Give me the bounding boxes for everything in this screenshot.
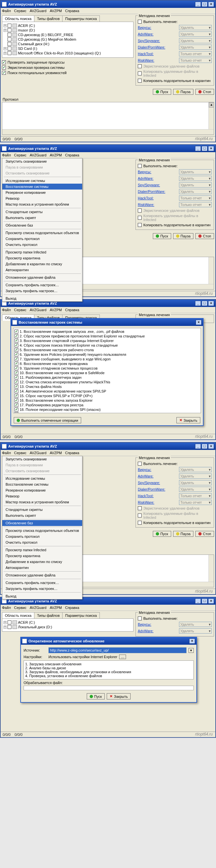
dialog-close[interactable]: × (196, 320, 202, 325)
start-button[interactable]: Пуск (153, 233, 171, 239)
drive-item[interactable]: +Microsoft Office Click-to-Run 2010 (защ… (4, 51, 132, 55)
restore-item[interactable]: 16. Восстановление ключа запуска Explore… (14, 398, 200, 403)
menu-view-infected[interactable]: Просмотр папки Infected (2, 249, 82, 255)
titlebar[interactable]: Антивирусная утилита AVZ _□× (1, 145, 215, 152)
drive-item[interactable]: Съемный диск (H:) (4, 42, 132, 46)
restore-item[interactable]: 2. Сброс настроек префиксов протоколов I… (14, 334, 200, 338)
restore-item[interactable]: 12. Очистка списка игнорирования утилиты… (14, 380, 200, 384)
menu-service[interactable]: Сервис (14, 9, 27, 13)
menu-save-protocol[interactable]: Сохранить протокол (2, 236, 82, 242)
expand-icon[interactable]: + (4, 24, 6, 27)
source-input[interactable]: http://www.z-oleg.com/secur/avz_up/ (48, 647, 186, 653)
drive-item[interactable]: CD-дисковод (G:) MegaFon Modem (4, 37, 132, 42)
restore-item[interactable]: 6. Удаление всех Policies (ограничений) … (14, 352, 200, 357)
menu-view-quarantine[interactable]: Просмотр карантина (2, 255, 82, 261)
source-browse[interactable]: ▾ (188, 648, 194, 653)
check-copy-quarantine[interactable] (138, 79, 142, 83)
expand-icon[interactable]: + (4, 47, 6, 50)
link-advware[interactable]: AdvWare: (138, 32, 153, 36)
start-button[interactable]: Пуск (153, 89, 171, 95)
tab-params[interactable]: Параметры поиска (62, 16, 100, 22)
menu-file[interactable]: Файл (2, 9, 11, 13)
link-viruses[interactable]: Вирусы: (138, 26, 151, 30)
drive-checkbox[interactable] (7, 42, 11, 46)
scrollbar-horizontal[interactable] (2, 129, 214, 134)
restore-item[interactable]: 19. Очистить ключи MountPoints и MountPo… (14, 412, 200, 413)
drive-checkbox[interactable] (7, 37, 11, 41)
drive-checkbox[interactable] (7, 51, 11, 55)
maximize-button[interactable]: □ (202, 146, 208, 151)
drive-item[interactable]: +ACER (C:) (4, 23, 132, 28)
menu-exit[interactable]: Выход (2, 296, 82, 301)
link-spyware[interactable]: Spy/Spyware: (138, 39, 160, 43)
menu-clear-protocol[interactable]: Очистить протокол (2, 242, 82, 248)
drive-checkbox[interactable] (7, 46, 11, 51)
start-button[interactable]: Пуск (153, 531, 171, 537)
combo-advware[interactable]: Удалять (179, 31, 212, 37)
link-riskware[interactable]: RiskWare: (138, 58, 154, 62)
menu-start-scan[interactable]: Запустить сканирование (2, 158, 82, 164)
link-dialer[interactable]: Dialer/PornWare: (138, 45, 165, 49)
scrollbar-vertical[interactable]: ▲ (209, 102, 214, 129)
menu-autoquarantine[interactable]: Автокарантин (2, 267, 82, 273)
pause-button[interactable]: Пауза (173, 531, 194, 537)
check-heuristic[interactable] (2, 66, 6, 69)
close-button[interactable]: × (208, 146, 214, 151)
menu-troubleshoot[interactable]: Мастер поиска и устранения проблем (2, 202, 82, 207)
restore-item[interactable]: 11. Разблокировка диспетчера задач (14, 375, 200, 380)
menu-avzpm[interactable]: AVZPM (50, 9, 62, 13)
combo-dialer[interactable]: Удалять (179, 44, 212, 50)
restore-item[interactable]: 17. Разблокировка редактора реестра (14, 403, 200, 407)
menu-update-db[interactable]: Обновление баз (2, 520, 82, 526)
menu-file[interactable]: Файл (2, 153, 11, 157)
menu-std-scripts[interactable]: Стандартные скрипты (2, 209, 82, 215)
expand-icon[interactable]: + (4, 29, 6, 32)
restore-item[interactable]: 10. Восстановление настроек загрузки в S… (14, 371, 200, 375)
titlebar[interactable]: Антивирусная утилита AVZ _ □ × (1, 1, 215, 8)
combo-viruses[interactable]: Удалять (179, 25, 212, 30)
minimize-button[interactable]: _ (195, 2, 201, 7)
restore-item[interactable]: 9. Удаление отладчиков системных процесс… (14, 366, 200, 371)
menu-avzguard[interactable]: AVZGuard (30, 9, 46, 13)
menu-run-script[interactable]: Выполнить скрипт (2, 215, 82, 221)
drive-checkbox[interactable] (7, 33, 11, 37)
pause-button[interactable]: Пауза (173, 233, 194, 239)
restore-item[interactable]: 18. Полное пересоздание настроек SPI (оп… (14, 407, 200, 412)
expand-icon[interactable]: + (4, 52, 6, 55)
menu-view-suspicious[interactable]: Просмотр списка подозрительных объектов (2, 230, 82, 236)
check-running[interactable] (2, 60, 6, 64)
restore-item[interactable]: 4. Сброс настроек поиска Internet Explor… (14, 343, 200, 348)
restore-item[interactable]: 3. Восстановление стартовой страницы Int… (14, 338, 200, 343)
dialog-close[interactable]: × (189, 639, 195, 644)
tab-scope[interactable]: Область поиска (2, 16, 34, 22)
stop-button[interactable]: Стоп (195, 531, 214, 537)
restore-item[interactable]: 8. Восстановление настроек проводника (14, 361, 200, 366)
pause-button[interactable]: Пауза (173, 89, 194, 95)
combo-riskware[interactable]: Только отчет (179, 58, 212, 63)
run-operations-button[interactable]: Выполнить отмеченные операции (14, 417, 81, 423)
tab-types[interactable]: Типы файлов (34, 16, 63, 22)
menu-sys-research[interactable]: Исследование системы (2, 178, 82, 184)
restore-item[interactable]: 15. Сброс настроек SPI/LSP и TCP/IP (XP+… (14, 394, 200, 398)
menu-add-quarantine[interactable]: Добавление в карантин по списку (2, 261, 82, 267)
drive-checkbox[interactable] (7, 24, 11, 28)
drive-item[interactable]: +SD Card (I:) (4, 46, 132, 51)
check-perform[interactable] (138, 164, 142, 168)
dialog-titlebar[interactable]: Восстановление настроек системы × (11, 319, 203, 326)
menu-save-profile[interactable]: Сохранить профиль настроек… (2, 282, 82, 288)
menu-revisor[interactable]: Ревизор (2, 195, 82, 202)
restore-item[interactable]: 13. Очистка файла Hosts (14, 384, 200, 389)
restore-item[interactable]: 5. Восстановление настроек рабочего стол… (14, 348, 200, 352)
maximize-button[interactable]: □ (202, 2, 208, 7)
drive-item[interactable]: CD-дисковод (E:) BELOFF_FREE (4, 32, 132, 37)
menu-load-profile[interactable]: Загрузить профиль настроек… (2, 288, 82, 294)
stop-button[interactable]: Стоп (195, 89, 214, 95)
menu-help[interactable]: Справка (65, 9, 79, 13)
check-vuln[interactable] (2, 71, 6, 75)
stop-button[interactable]: Стоп (195, 233, 214, 239)
menu-update-db[interactable]: Обновление баз (2, 222, 82, 228)
drive-item[interactable]: +musor (D:) (4, 28, 132, 32)
check-perform[interactable] (138, 20, 142, 24)
settings-edit[interactable]: … (119, 654, 126, 659)
close-dialog-button[interactable]: ✕Закрыть (176, 417, 200, 423)
